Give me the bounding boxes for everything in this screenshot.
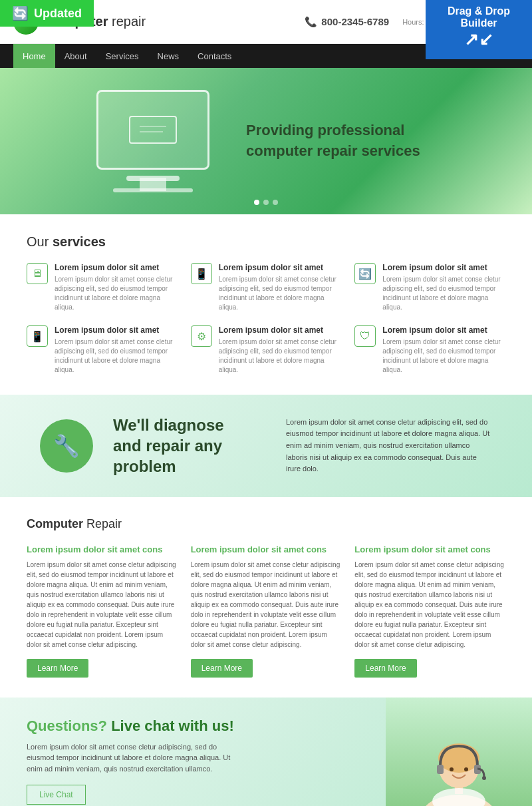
service-text-0: Lorem ipsum dolor sit amet Lorem ipsum d…: [55, 263, 178, 312]
svg-point-5: [438, 743, 479, 773]
service-desc-5: Lorem ipsum dolor sit amet conse cletur …: [382, 337, 505, 375]
service-title-5: Lorem ipsum dolor sit amet: [382, 325, 505, 335]
service-icon-1: 📱: [191, 263, 212, 284]
dot-1: [254, 200, 259, 205]
service-item-1: 📱 Lorem ipsum dolor sit amet Lorem ipsum…: [191, 263, 342, 312]
repair-subtitle-1: Lorem ipsum dolor sit amet cons: [191, 544, 342, 554]
services-section: Our services 🖥 Lorem ipsum dolor sit ame…: [0, 214, 532, 395]
service-desc-3: Lorem ipsum dolor sit amet conse cletur …: [55, 337, 178, 375]
service-desc-4: Lorem ipsum dolor sit amet conse cletur …: [219, 337, 342, 375]
nav-about[interactable]: About: [55, 44, 96, 68]
repair-text-1: Lorem ipsum dolor sit amet conse cletur …: [191, 560, 342, 650]
livechat-left: Questions? Live chat with us! Lorem ipsu…: [0, 698, 386, 806]
repair-col-2: Lorem ipsum dolor sit amet cons Lorem ip…: [354, 544, 505, 678]
service-title-4: Lorem ipsum dolor sit amet: [219, 325, 342, 335]
svg-point-11: [450, 767, 454, 771]
svg-rect-6: [437, 765, 444, 774]
service-item-5: 🛡 Lorem ipsum dolor sit amet Lorem ipsum…: [354, 325, 505, 375]
woman-icon: [399, 718, 519, 806]
repair-col-1: Lorem ipsum dolor sit amet cons Lorem ip…: [191, 544, 342, 678]
logo-rest: repair: [108, 14, 146, 29]
diagnose-line1: We'll diagnose: [113, 416, 224, 434]
phone-icon: 📞: [305, 16, 317, 28]
service-desc-1: Lorem ipsum dolor sit amet conse cletur …: [219, 275, 342, 312]
service-title-3: Lorem ipsum dolor sit amet: [55, 325, 178, 335]
service-icon-4: ⚙: [191, 325, 212, 347]
repair-title-rest: Repair: [83, 517, 122, 530]
repair-subtitle-2: Lorem ipsum dolor sit amet cons: [354, 544, 505, 554]
monitor-icon: [96, 90, 209, 170]
repair-col-0: Lorem ipsum dolor sit amet cons Lorem ip…: [27, 544, 178, 678]
service-item-3: 📱 Lorem ipsum dolor sit amet Lorem ipsum…: [27, 325, 178, 375]
nav-home[interactable]: Home: [13, 44, 55, 68]
diagnose-line2: and repair any problem: [113, 437, 222, 475]
nav-contacts[interactable]: Contacts: [188, 44, 241, 68]
diagnose-icon: 🔧: [40, 419, 93, 473]
service-title-2: Lorem ipsum dolor sit amet: [382, 263, 505, 272]
repair-title-bold: Computer: [27, 517, 83, 530]
svg-point-12: [464, 767, 468, 771]
livechat-heading-green: Live chat with us!: [107, 717, 234, 734]
service-item-0: 🖥 Lorem ipsum dolor sit amet Lorem ipsum…: [27, 263, 178, 312]
livechat-heading-plain: Questions?: [27, 717, 107, 734]
service-text-5: Lorem ipsum dolor sit amet Lorem ipsum d…: [382, 325, 505, 375]
service-item-2: 🔄 Lorem ipsum dolor sit amet Lorem ipsum…: [354, 263, 505, 312]
hero-dots: [254, 200, 278, 205]
monitor-stand: [140, 178, 166, 191]
service-icon-2: 🔄: [354, 263, 376, 284]
sync-icon: 🔄: [12, 5, 29, 21]
nav-services[interactable]: Services: [96, 44, 148, 68]
dnd-label: Drag & DropBuilder: [435, 5, 523, 29]
dot-2: [263, 200, 269, 205]
repair-subtitle-0: Lorem ipsum dolor sit amet cons: [27, 544, 178, 554]
service-title-1: Lorem ipsum dolor sit amet: [219, 263, 342, 272]
dnd-arrow: ↗↙: [435, 29, 523, 54]
learn-more-btn-0[interactable]: Learn More: [27, 659, 88, 678]
svg-point-10: [432, 788, 485, 806]
service-text-1: Lorem ipsum dolor sit amet Lorem ipsum d…: [219, 263, 342, 312]
repair-text-2: Lorem ipsum dolor sit amet conse cletur …: [354, 560, 505, 650]
service-icon-3: 📱: [27, 325, 48, 347]
phone-number: 800-2345-6789: [321, 16, 389, 27]
livechat-button[interactable]: Live Chat: [27, 785, 86, 805]
service-item-4: ⚙ Lorem ipsum dolor sit amet Lorem ipsum…: [191, 325, 342, 375]
repair-section: Computer Repair Lorem ipsum dolor sit am…: [0, 497, 532, 698]
svg-rect-0: [130, 116, 176, 143]
service-text-2: Lorem ipsum dolor sit amet Lorem ipsum d…: [382, 263, 505, 312]
dot-3: [273, 200, 278, 205]
hero-image: [86, 90, 219, 192]
livechat-heading: Questions? Live chat with us!: [27, 717, 359, 735]
service-desc-2: Lorem ipsum dolor sit amet conse cletur …: [382, 275, 505, 312]
diagnose-heading-area: We'll diagnose and repair any problem: [113, 415, 266, 477]
hero-section: Providing professional computer repair s…: [0, 68, 532, 214]
service-icon-0: 🖥: [27, 263, 48, 284]
monitor-svg: [126, 113, 180, 146]
service-text-4: Lorem ipsum dolor sit amet Lorem ipsum d…: [219, 325, 342, 375]
diagnose-heading: We'll diagnose and repair any problem: [113, 415, 266, 477]
service-icon-5: 🛡: [354, 325, 376, 347]
phone-area: 📞 800-2345-6789: [305, 16, 389, 28]
updated-label: Updated: [34, 7, 82, 21]
hero-heading: Providing professional computer repair s…: [246, 120, 446, 162]
service-title-0: Lorem ipsum dolor sit amet: [55, 263, 178, 272]
livechat-photo: [386, 698, 532, 806]
services-title: Our services: [27, 234, 505, 250]
repair-title: Computer Repair: [27, 517, 505, 531]
diagnose-text: Lorem ipsum dolor sit amet conse cletur …: [286, 417, 492, 475]
repair-grid: Lorem ipsum dolor sit amet cons Lorem ip…: [27, 544, 505, 678]
learn-more-btn-2[interactable]: Learn More: [354, 659, 416, 678]
diagnose-section: 🔧 We'll diagnose and repair any problem …: [0, 395, 532, 497]
service-text-3: Lorem ipsum dolor sit amet Lorem ipsum d…: [55, 325, 178, 375]
svg-point-8: [482, 776, 486, 780]
service-desc-0: Lorem ipsum dolor sit amet conse cletur …: [55, 275, 178, 312]
updated-badge: 🔄 Updated: [0, 0, 94, 27]
livechat-text: Lorem ipsum dolor sit amet conse cletur …: [27, 741, 239, 775]
repair-text-0: Lorem ipsum dolor sit amet conse cletur …: [27, 560, 178, 650]
dnd-badge: Drag & DropBuilder ↗↙: [426, 0, 532, 59]
livechat-section: Questions? Live chat with us! Lorem ipsu…: [0, 698, 532, 806]
learn-more-btn-1[interactable]: Learn More: [191, 659, 253, 678]
services-grid: 🖥 Lorem ipsum dolor sit amet Lorem ipsum…: [27, 263, 505, 375]
nav-news[interactable]: News: [148, 44, 189, 68]
